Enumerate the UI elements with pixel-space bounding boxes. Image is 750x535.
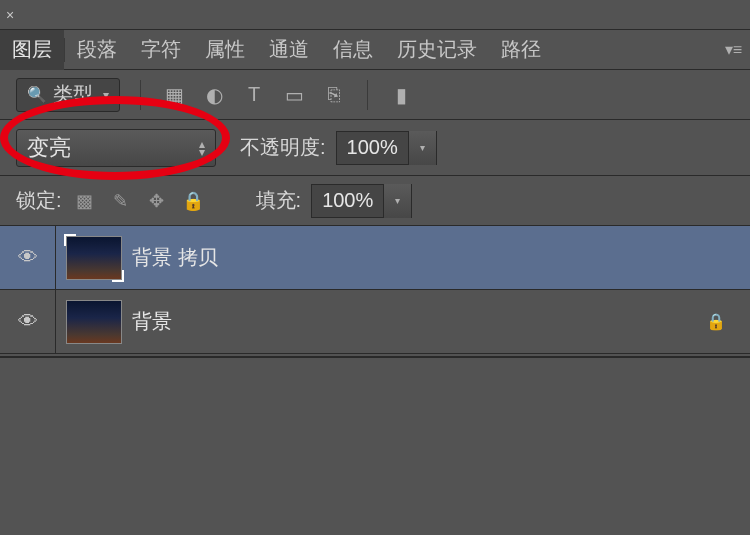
filter-type-dropdown[interactable]: 🔍 类型 ▾ [16,78,120,112]
tab-layers[interactable]: 图层 [0,30,64,70]
eye-icon: 👁 [18,310,38,333]
filter-shape-icon[interactable]: ▭ [281,82,307,108]
layer-filter-bar: 🔍 类型 ▾ ▦ ◐ T ▭ ⎘ ▮ [0,70,750,120]
filter-smartobject-icon[interactable]: ⎘ [321,82,347,108]
tab-info[interactable]: 信息 [321,30,385,70]
chevron-down-icon: ▾ [103,88,109,102]
visibility-toggle[interactable]: 👁 [0,290,56,353]
tab-character[interactable]: 字符 [129,30,193,70]
divider [140,80,141,110]
layer-name[interactable]: 背景 [132,308,702,335]
divider [367,80,368,110]
panel-menu-icon[interactable]: ▾≡ [725,40,742,59]
fill-input[interactable]: 100% ▾ [311,184,412,218]
tab-history[interactable]: 历史记录 [385,30,489,70]
layer-thumbnail[interactable] [66,236,122,280]
lock-all-icon[interactable]: 🔒 [180,188,206,214]
layer-name[interactable]: 背景 拷贝 [132,244,750,271]
lock-position-icon[interactable]: ✥ [144,188,170,214]
filter-pixel-icon[interactable]: ▦ [161,82,187,108]
search-icon: 🔍 [27,85,47,104]
close-icon[interactable]: × [6,7,14,23]
layer-row[interactable]: 👁 背景 🔒 [0,290,750,354]
tab-channels[interactable]: 通道 [257,30,321,70]
fill-value: 100% [312,189,383,212]
blend-mode-value: 变亮 [27,133,71,163]
eye-icon: 👁 [18,246,38,269]
opacity-input[interactable]: 100% ▾ [336,131,437,165]
panel-tabs: 图层 段落 字符 属性 通道 信息 历史记录 路径 ▾≡ [0,30,750,70]
layer-thumbnail[interactable] [66,300,122,344]
chevron-down-icon[interactable]: ▾ [408,131,436,165]
lock-pixels-icon[interactable]: ✎ [108,188,134,214]
tab-paths[interactable]: 路径 [489,30,553,70]
blend-mode-dropdown[interactable]: 变亮 ▴▾ [16,129,216,167]
visibility-toggle[interactable]: 👁 [0,226,56,289]
lock-fill-row: 锁定: ▩ ✎ ✥ 🔒 填充: 100% ▾ [0,176,750,226]
updown-icon: ▴▾ [199,140,205,156]
divider [0,356,750,358]
tab-paragraph[interactable]: 段落 [65,30,129,70]
layers-list: 👁 背景 拷贝 👁 背景 🔒 [0,226,750,354]
blend-opacity-row: 变亮 ▴▾ 不透明度: 100% ▾ [0,120,750,176]
opacity-value: 100% [337,136,408,159]
opacity-label: 不透明度: [240,134,326,161]
tab-properties[interactable]: 属性 [193,30,257,70]
layer-row[interactable]: 👁 背景 拷贝 [0,226,750,290]
filter-toggle-icon[interactable]: ▮ [388,82,414,108]
filter-type-icon[interactable]: T [241,82,267,108]
lock-icon: 🔒 [702,308,730,336]
filter-adjustment-icon[interactable]: ◐ [201,82,227,108]
fill-label: 填充: [256,187,302,214]
lock-label: 锁定: [16,187,62,214]
chevron-down-icon[interactable]: ▾ [383,184,411,218]
lock-transparency-icon[interactable]: ▩ [72,188,98,214]
filter-type-label: 类型 [53,81,93,108]
